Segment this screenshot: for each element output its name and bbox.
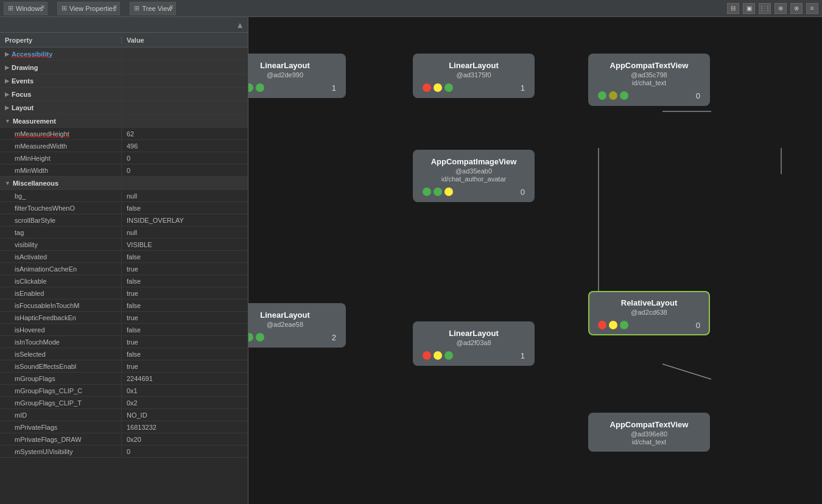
prop-mMinWidth[interactable]: mMinWidth 0	[0, 164, 248, 177]
dot-green	[598, 91, 606, 100]
node-title: LinearLayout	[423, 329, 525, 338]
expand-arrow-focus: ▶	[5, 91, 9, 97]
node-node-rl-1[interactable]: RelativeLayout @ad2cd638 0	[588, 291, 710, 335]
tree-view-label: Tree View	[142, 5, 172, 12]
toolbar-btn-5[interactable]: ⊗	[790, 3, 803, 14]
node-title: AppCompatTextView	[598, 420, 700, 429]
prop-misc-5[interactable]: isActivated false	[0, 251, 248, 263]
node-title: AppCompatImageView	[423, 157, 525, 166]
node-addr: @ad35eab0	[423, 167, 525, 175]
prop-mMeasuredHeight[interactable]: mMeasuredHeight 62	[0, 128, 248, 140]
prop-misc-4[interactable]: visibility VISIBLE	[0, 239, 248, 251]
prop-misc-19[interactable]: mPrivateFlags 16813232	[0, 421, 248, 433]
node-node-ll-4[interactable]: LinearLayout @ad2f03a8 1	[413, 321, 535, 366]
prop-misc-13[interactable]: isSelected false	[0, 348, 248, 360]
dot-yellow	[444, 187, 453, 196]
prop-misc-0[interactable]: bg_ null	[0, 190, 248, 202]
prop-misc-1[interactable]: filterTouchesWhenO false	[0, 202, 248, 214]
toolbar-btn-3[interactable]: ⋮⋮	[759, 3, 771, 14]
toolbar-btn-4[interactable]: ⊕	[775, 3, 787, 14]
group-focus[interactable]: ▶ Focus	[0, 88, 248, 101]
expand-arrow-drawing: ▶	[5, 65, 9, 71]
prop-misc-14[interactable]: isSoundEffectsEnabl true	[0, 360, 248, 373]
node-id: id/chat_text	[598, 79, 700, 86]
prop-misc-12[interactable]: isInTouchMode true	[0, 336, 248, 348]
tree-view-close[interactable]: ✕	[169, 4, 174, 10]
expand-arrow-misc: ▼	[5, 180, 10, 186]
node-addr: @ad2f03a8	[423, 339, 525, 346]
prop-misc-11[interactable]: isHovered false	[0, 324, 248, 336]
group-misc[interactable]: ▼ Miscellaneous	[0, 177, 248, 190]
prop-misc-9[interactable]: isFocusableInTouchM false	[0, 299, 248, 312]
left-panel-header: ▲	[0, 17, 248, 33]
dot-green	[423, 187, 431, 196]
node-dots: 0	[598, 91, 700, 100]
node-id: id/chat_author_avatar	[423, 175, 525, 183]
dot-yellow	[434, 83, 442, 92]
prop-misc-7[interactable]: isClickable false	[0, 275, 248, 287]
node-count: 0	[696, 91, 700, 100]
node-dots: 0	[423, 187, 525, 196]
dot-red	[598, 321, 606, 329]
scroll-up-btn[interactable]: ▲	[236, 20, 244, 30]
dot-olive	[609, 91, 617, 100]
dot-green	[248, 83, 253, 92]
toolbar-btn-2[interactable]: ▣	[743, 3, 755, 14]
prop-misc-10[interactable]: isHapticFeedbackEn true	[0, 312, 248, 324]
node-title: AppCompatTextView	[598, 61, 700, 70]
prop-header-row: Property Value	[0, 33, 248, 47]
node-dots: 1	[248, 83, 336, 92]
dot-yellow	[609, 321, 617, 329]
col-value: Value	[122, 37, 248, 44]
node-count: 1	[521, 351, 525, 360]
accessibility-group-label: ▶ Accessibility	[0, 47, 122, 60]
prop-misc-3[interactable]: tag null	[0, 226, 248, 239]
group-accessibility[interactable]: ▶ Accessibility	[0, 47, 248, 61]
view-props-label: View Properties	[69, 5, 116, 12]
node-node-ll-2[interactable]: LinearLayout @ad3175f0 1	[413, 54, 535, 98]
node-node-ll-1[interactable]: LinearLayout @ad2de990 1	[248, 54, 346, 98]
node-node-ll-3[interactable]: LinearLayout @ad2eae58 2	[248, 303, 346, 348]
dot-red	[423, 351, 431, 360]
prop-misc-21[interactable]: mSystemUiVisibility 0	[0, 446, 248, 458]
group-events[interactable]: ▶ Events	[0, 74, 248, 88]
prop-mMeasuredWidth[interactable]: mMeasuredWidth 496	[0, 140, 248, 152]
prop-misc-16[interactable]: mGroupFlags_CLIP_C 0x1	[0, 385, 248, 397]
right-panel[interactable]: LinearLayout @ad2de990 1 LinearLayout @a…	[248, 17, 822, 504]
prop-misc-2[interactable]: scrollBarStyle INSIDE_OVERLAY	[0, 214, 248, 226]
dot-green	[620, 321, 628, 329]
windows-panel-tab[interactable]: ⊞ Windows ✕	[4, 2, 47, 15]
prop-misc-15[interactable]: mGroupFlags 2244691	[0, 373, 248, 385]
prop-misc-17[interactable]: mGroupFlags_CLIP_T 0x2	[0, 397, 248, 409]
property-table[interactable]: Property Value ▶ Accessibility ▶ Drawing	[0, 33, 248, 504]
svg-line-5	[662, 364, 711, 379]
tree-view-icon: ⊞	[134, 4, 139, 12]
toolbar-btn-1[interactable]: ⊟	[727, 3, 739, 14]
expand-arrow-events: ▶	[5, 78, 9, 84]
prop-misc-8[interactable]: isEnabled true	[0, 287, 248, 299]
view-properties-tab[interactable]: ⊞ View Properties ✕	[57, 2, 121, 15]
dot-green	[444, 83, 453, 92]
node-id: id/chat_text	[598, 438, 700, 446]
dot-green	[256, 83, 264, 92]
prop-misc-18[interactable]: mID NO_ID	[0, 409, 248, 421]
node-node-actv-1[interactable]: AppCompatTextView @ad35c798 id/chat_text…	[588, 54, 710, 106]
node-node-aciv-1[interactable]: AppCompatImageView @ad35eab0 id/chat_aut…	[413, 150, 535, 202]
prop-misc-6[interactable]: isAnimationCacheEn true	[0, 263, 248, 275]
tree-view-tab[interactable]: ⊞ Tree View ✕	[130, 2, 176, 15]
toolbar-btn-6[interactable]: ≡	[806, 3, 818, 14]
prop-mMinHeight[interactable]: mMinHeight 0	[0, 152, 248, 164]
node-count: 2	[332, 333, 336, 342]
node-node-actv-2[interactable]: AppCompatTextView @ad396e80 id/chat_text	[588, 413, 710, 452]
node-dots: 1	[423, 351, 525, 360]
windows-close[interactable]: ✕	[40, 4, 45, 10]
group-layout[interactable]: ▶ Layout	[0, 101, 248, 114]
dot-green	[256, 333, 264, 341]
prop-misc-20[interactable]: mPrivateFlags_DRAW 0x20	[0, 433, 248, 446]
left-panel: ▲ Property Value ▶ Accessibility ▶ Drawi	[0, 17, 248, 504]
group-measurement[interactable]: ▼ Measurement	[0, 114, 248, 128]
dot-green	[248, 333, 253, 341]
group-drawing[interactable]: ▶ Drawing	[0, 61, 248, 74]
view-props-close[interactable]: ✕	[113, 4, 118, 10]
misc-rows: bg_ null filterTouchesWhenO false scroll…	[0, 190, 248, 458]
